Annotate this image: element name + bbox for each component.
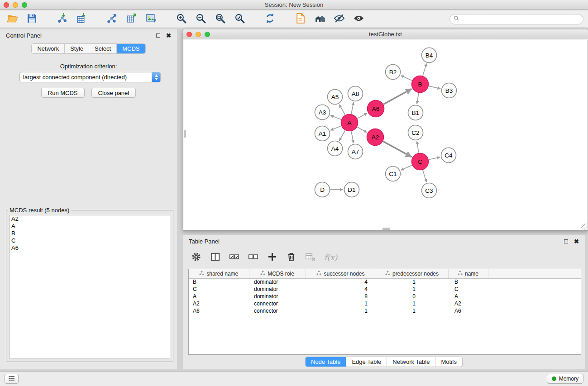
task-history-button[interactable] — [5, 374, 19, 384]
search-box[interactable] — [449, 14, 583, 24]
column-header-predecessor-nodes[interactable]: predecessor nodes — [376, 269, 448, 278]
zoom-in-button[interactable] — [172, 12, 191, 26]
node-A4[interactable]: A4 — [328, 141, 343, 156]
window-titlebar[interactable]: Session: New Session — [0, 0, 588, 10]
close-panel-icon[interactable]: ✖ — [166, 33, 171, 38]
column-header-shared-name[interactable]: shared name — [189, 269, 249, 278]
node-C[interactable]: C — [412, 153, 429, 170]
network-canvas[interactable]: B4B2BB3A5A8A6B1A3AC2A1A2A4A7C4CC1C3DD1 — [183, 40, 588, 231]
network-zoom-button[interactable] — [205, 32, 210, 37]
node-A[interactable]: A — [341, 114, 358, 131]
node-B[interactable]: B — [412, 76, 429, 93]
minimize-window-button[interactable] — [13, 2, 18, 8]
checked-boxes-button[interactable] — [229, 251, 239, 264]
run-mcds-button[interactable]: Run MCDS — [41, 88, 85, 98]
home-button[interactable] — [310, 12, 330, 26]
edge-A-A8[interactable] — [351, 102, 354, 114]
node-C1[interactable]: C1 — [386, 167, 401, 181]
mcds-result-item[interactable]: A2 — [10, 215, 170, 223]
node-A8[interactable]: A8 — [348, 86, 363, 101]
edge-C-C2[interactable] — [417, 141, 419, 152]
column-header-mcds-role[interactable]: MCDS role — [249, 269, 306, 278]
node-D1[interactable]: D1 — [344, 182, 359, 197]
node-C3[interactable]: C3 — [422, 183, 437, 198]
edge-A-A5[interactable] — [339, 105, 345, 115]
tab-motifs[interactable]: Motifs — [435, 357, 462, 367]
zoom-fit-button[interactable] — [210, 12, 230, 26]
plus-button[interactable] — [267, 251, 277, 264]
table-row[interactable]: Cdominator41C — [189, 286, 581, 293]
close-table-panel-icon[interactable]: ✖ — [574, 238, 579, 244]
node-B3[interactable]: B3 — [442, 83, 457, 98]
float-panel-icon[interactable] — [156, 33, 160, 38]
mcds-result-item[interactable]: C — [10, 237, 170, 244]
tab-select[interactable]: Select — [89, 44, 116, 53]
node-A2[interactable]: A2 — [367, 129, 384, 146]
mcds-result-list[interactable]: A2ABCA6 — [9, 215, 170, 358]
edge-A-A2[interactable] — [357, 127, 367, 133]
edge-B-B2[interactable] — [401, 76, 412, 81]
eye-button[interactable] — [349, 12, 368, 26]
close-window-button[interactable] — [4, 2, 9, 8]
node-A7[interactable]: A7 — [348, 144, 363, 159]
search-input[interactable] — [459, 16, 579, 23]
import-network-button[interactable] — [53, 12, 72, 26]
unchecked-boxes-button[interactable] — [248, 251, 258, 264]
tab-mcds[interactable]: MCDS — [116, 44, 145, 53]
open-folder-button[interactable] — [3, 12, 22, 26]
float-table-panel-icon[interactable] — [564, 239, 568, 243]
node-B1[interactable]: B1 — [408, 105, 423, 120]
mcds-result-item[interactable]: A — [10, 223, 170, 230]
edge-A-A1[interactable] — [330, 126, 341, 130]
function-button[interactable]: f(x) — [324, 251, 337, 264]
node-A5[interactable]: A5 — [328, 90, 343, 105]
edge-A6-B[interactable] — [383, 89, 411, 104]
node-A3[interactable]: A3 — [315, 105, 330, 120]
edge-A-A7[interactable] — [351, 131, 354, 143]
table-row[interactable]: Bdominator41B — [189, 278, 581, 286]
edge-C-C1[interactable] — [401, 165, 412, 170]
export-image-button[interactable] — [141, 12, 161, 26]
node-C2[interactable]: C2 — [408, 125, 423, 140]
column-header-name[interactable]: name — [448, 269, 488, 278]
tab-edge-table[interactable]: Edge Table — [346, 357, 387, 367]
network-window-titlebar[interactable]: testGlobe.txt — [183, 29, 588, 39]
refresh-button[interactable] — [260, 12, 280, 26]
network-minimize-button[interactable] — [196, 32, 201, 37]
trash-button[interactable] — [286, 251, 296, 264]
zoom-out-button[interactable] — [191, 12, 210, 26]
node-B4[interactable]: B4 — [422, 48, 437, 63]
split-columns-button[interactable] — [210, 251, 220, 264]
edge-A-A3[interactable] — [330, 115, 341, 119]
node-A6[interactable]: A6 — [368, 100, 384, 117]
edge-A2-C[interactable] — [383, 141, 411, 157]
close-panel-button[interactable]: Close panel — [91, 88, 136, 98]
edge-A-A6[interactable] — [357, 113, 367, 119]
edge-B-B3[interactable] — [429, 86, 440, 89]
criterion-dropdown[interactable]: largest connected component (directed) — [19, 72, 161, 82]
save-disk-button[interactable] — [22, 12, 42, 26]
table-row[interactable]: A6connector11A6 — [189, 307, 581, 315]
tab-style[interactable]: Style — [64, 44, 89, 53]
memory-button[interactable]: Memory — [547, 374, 583, 384]
tab-network-table[interactable]: Network Table — [387, 357, 435, 367]
zoom-selected-button[interactable] — [230, 12, 249, 26]
node-A1[interactable]: A1 — [315, 126, 330, 141]
column-header-successor-nodes[interactable]: successor nodes — [306, 269, 376, 278]
node-D[interactable]: D — [315, 182, 330, 197]
document-button[interactable] — [291, 12, 310, 26]
tab-node-table[interactable]: Node Table — [306, 357, 346, 367]
eye-slash-button[interactable] — [330, 12, 349, 26]
table-row[interactable]: A2connector11A2 — [189, 300, 581, 307]
export-network-button[interactable] — [102, 12, 122, 26]
window-resize-grip[interactable] — [581, 224, 587, 230]
node-B2[interactable]: B2 — [386, 65, 401, 80]
grid-remove-button[interactable] — [305, 251, 316, 264]
export-table-button[interactable] — [122, 12, 141, 26]
mcds-result-item[interactable]: A6 — [10, 244, 170, 252]
table-row[interactable]: Adominator80A — [189, 293, 581, 300]
gear-button[interactable] — [191, 251, 201, 264]
zoom-window-button[interactable] — [22, 2, 27, 8]
edge-B-B1[interactable] — [417, 93, 419, 104]
edge-B-B4[interactable] — [423, 64, 426, 76]
